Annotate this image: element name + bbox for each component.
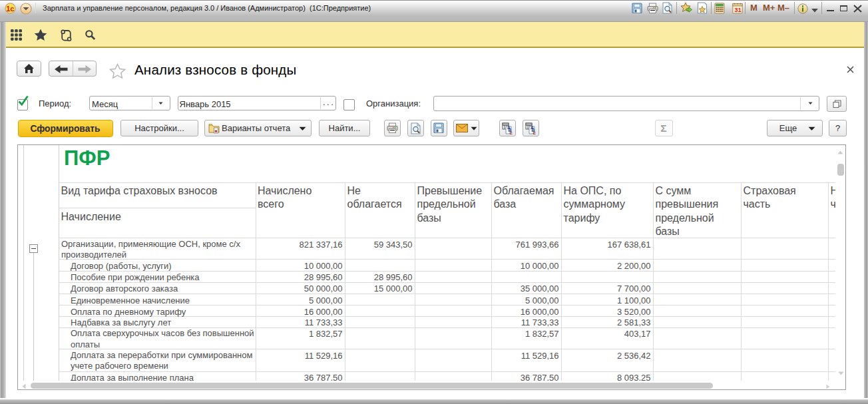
svg-text:C: C (533, 131, 537, 134)
svg-text:C: C (510, 131, 513, 134)
svg-text:31: 31 (734, 6, 742, 13)
svg-text:1с: 1с (6, 5, 14, 13)
